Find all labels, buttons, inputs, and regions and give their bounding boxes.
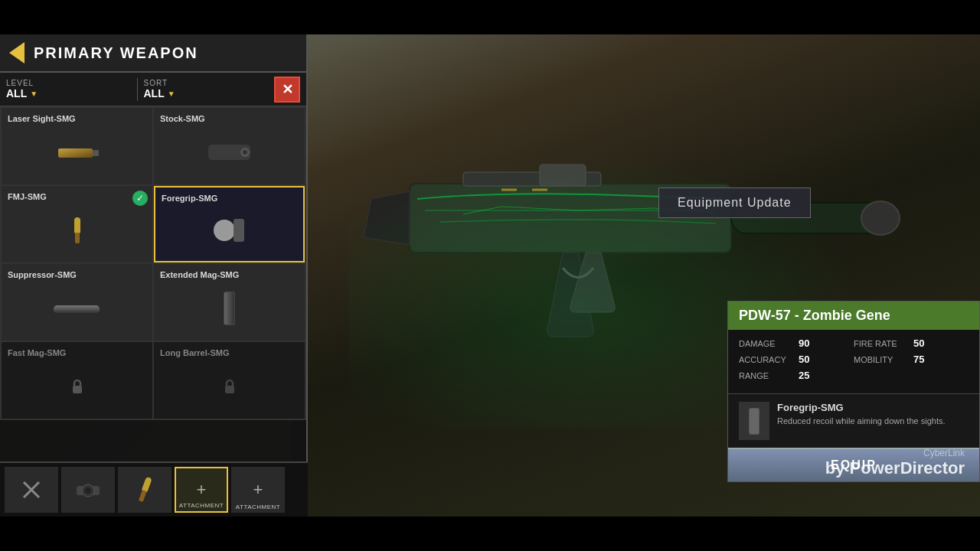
close-button[interactable]: ✕: [274, 77, 300, 103]
attachment-icon-box: [739, 402, 769, 440]
attachment-slot-none[interactable]: [5, 467, 58, 513]
svg-rect-31: [139, 489, 147, 501]
cell-name-suppressor: Suppressor-SMG: [8, 270, 146, 279]
svg-rect-9: [93, 150, 99, 156]
attachment-foregrip[interactable]: Foregrip-SMG: [154, 186, 305, 262]
filter-bar: LEVEL ALL ▼ SORT ALL ▼ ✕: [0, 73, 306, 106]
level-value: ALL: [6, 87, 27, 99]
black-bar-bottom: [0, 517, 980, 551]
slot-plus-icon: +: [197, 480, 207, 500]
svg-point-17: [217, 223, 232, 238]
cell-name-fmj: FMJ-SMG: [8, 192, 146, 201]
svg-rect-33: [750, 409, 759, 434]
fire-rate-label: FIRE RATE: [854, 339, 907, 348]
attachment-slot-active[interactable]: + ATTACHMENT: [175, 467, 228, 513]
stat-fire-rate: FIRE RATE 50: [854, 337, 969, 349]
sort-filter[interactable]: SORT ALL ▼: [144, 79, 269, 99]
cell-name-stock: Stock-SMG: [160, 114, 299, 123]
accuracy-label: ACCURACY: [739, 355, 792, 364]
attachment-extended-mag[interactable]: Extended Mag-SMG: [154, 264, 305, 341]
attachment-slot-scope[interactable]: [61, 467, 115, 513]
left-panel: PRIMARY WEAPON LEVEL ALL ▼ SORT ALL ▼ ✕: [0, 34, 308, 517]
cell-icon-long-barrel: [160, 360, 299, 412]
cell-name-ext-mag: Extended Mag-SMG: [160, 270, 299, 279]
game-background: Equipment Update PRIMARY WEAPON LEVEL AL…: [0, 34, 980, 517]
damage-label: DAMAGE: [739, 339, 792, 348]
level-filter[interactable]: LEVEL ALL ▼: [6, 79, 131, 99]
accuracy-value: 50: [799, 354, 809, 365]
fire-rate-value: 50: [913, 337, 924, 349]
popup-text: Equipment Update: [678, 196, 792, 209]
level-dropdown-arrow: ▼: [30, 90, 38, 98]
weapon-name: PDW-57 - Zombie Gene: [739, 308, 890, 323]
svg-rect-14: [74, 217, 80, 234]
panel-title: PRIMARY WEAPON: [34, 44, 198, 62]
cell-name-laser: Laser Sight-SMG: [8, 114, 146, 123]
svg-rect-18: [234, 219, 244, 242]
sort-value: ALL: [144, 87, 165, 99]
attachment-laser-sight[interactable]: Laser Sight-SMG: [2, 108, 152, 184]
attachment-description: Reduced recoil while aiming down the sig…: [777, 416, 969, 427]
svg-rect-23: [73, 386, 82, 393]
stat-range: RANGE 25: [739, 370, 854, 381]
damage-value: 90: [799, 337, 809, 349]
range-value: 25: [799, 370, 809, 381]
filter-divider: [137, 78, 138, 101]
attachment-name: Foregrip-SMG: [777, 402, 969, 413]
watermark-powerdirector: by PowerDirector: [825, 458, 965, 478]
attachment-long-barrel[interactable]: Long Barrel-SMG: [154, 342, 305, 419]
attachment-slot-bullet[interactable]: [118, 467, 172, 513]
selected-attachment-info: Foregrip-SMG Reduced recoil while aiming…: [728, 393, 979, 448]
selected-checkmark: ✓: [132, 191, 148, 206]
cell-icon-stock: [160, 126, 299, 178]
attachment-text: Foregrip-SMG Reduced recoil while aiming…: [777, 402, 969, 427]
stat-mobility: MOBILITY 75: [854, 354, 969, 365]
svg-rect-20: [54, 305, 100, 313]
equipment-update-popup: Equipment Update: [658, 187, 811, 218]
cell-icon-fmj: [8, 204, 146, 256]
slot-empty-plus-icon: +: [253, 480, 263, 500]
mobility-value: 75: [913, 354, 924, 365]
cell-icon-ext-mag: [160, 282, 299, 334]
level-select[interactable]: ALL ▼: [6, 87, 131, 99]
sort-select[interactable]: ALL ▼: [144, 87, 269, 99]
cell-icon-suppressor: [8, 282, 146, 334]
level-label: LEVEL: [6, 79, 131, 87]
watermark: CyberLink by PowerDirector: [825, 448, 965, 478]
cell-icon-laser: [8, 126, 146, 178]
mobility-label: MOBILITY: [854, 355, 907, 364]
range-label: RANGE: [739, 371, 792, 380]
cell-icon-foregrip: [162, 206, 297, 255]
svg-rect-30: [141, 476, 152, 493]
black-bar-top: [0, 0, 980, 34]
bottom-attachment-slots: + ATTACHMENT + ATTACHMENT: [0, 461, 308, 517]
slot-active-label: ATTACHMENT: [179, 502, 224, 509]
svg-rect-24: [225, 386, 234, 393]
svg-rect-8: [58, 148, 93, 158]
attachment-suppressor[interactable]: Suppressor-SMG: [2, 264, 152, 341]
watermark-cyberlink: CyberLink: [825, 448, 965, 458]
close-icon: ✕: [282, 81, 293, 98]
cell-name-foregrip: Foregrip-SMG: [162, 194, 297, 203]
attachment-fast-mag[interactable]: Fast Mag-SMG: [2, 342, 152, 419]
panel-header: PRIMARY WEAPON: [0, 34, 306, 73]
attachment-slot-empty[interactable]: + ATTACHMENT: [231, 467, 285, 513]
stat-damage: DAMAGE 90: [739, 337, 854, 349]
stat-accuracy: ACCURACY 50: [739, 354, 854, 365]
weapon-name-bar: PDW-57 - Zombie Gene: [728, 302, 979, 330]
back-arrow-icon[interactable]: [9, 42, 24, 64]
attachment-stock[interactable]: Stock-SMG: [154, 108, 305, 184]
svg-rect-15: [75, 233, 80, 243]
slot-empty-label: ATTACHMENT: [236, 504, 280, 510]
cell-name-fast-mag: Fast Mag-SMG: [8, 348, 146, 357]
attachment-grid: Laser Sight-SMG: [0, 106, 306, 420]
svg-point-29: [85, 487, 91, 494]
weapon-stats: DAMAGE 90 FIRE RATE 50 ACCURACY 50 MOBIL…: [728, 330, 979, 393]
cell-name-long-barrel: Long Barrel-SMG: [160, 348, 299, 357]
svg-rect-22: [224, 292, 234, 324]
attachment-fmj[interactable]: FMJ-SMG ✓: [2, 186, 152, 262]
sort-label: SORT: [144, 79, 269, 87]
cell-icon-fast-mag: [8, 360, 146, 412]
svg-point-13: [243, 150, 247, 155]
sort-dropdown-arrow: ▼: [168, 90, 175, 98]
